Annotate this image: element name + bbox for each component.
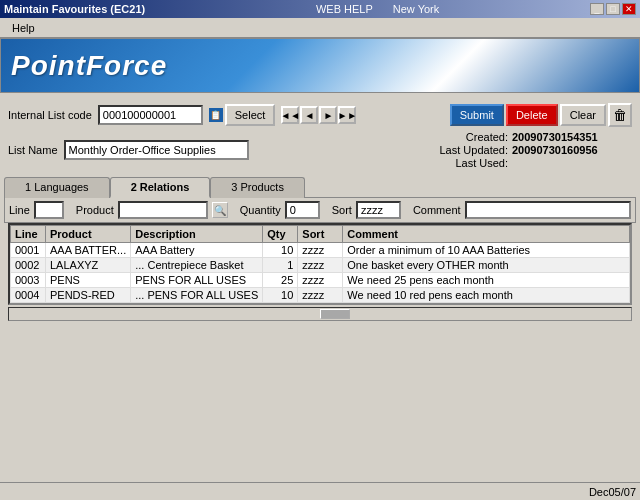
cell-line: 0001 [11,243,46,258]
cell-line: 0002 [11,258,46,273]
trash-button[interactable]: 🗑 [608,103,632,127]
cell-product: PENDS-RED [46,288,131,303]
cell-line: 0004 [11,288,46,303]
menu-bar: Help [0,18,640,38]
cell-description: ... PENS FOR ALL USES [131,288,263,303]
cell-sort: zzzz [298,273,343,288]
product-filter-label: Product [76,204,114,216]
sort-filter-input[interactable] [356,201,401,219]
nav-next-button[interactable]: ► [319,106,337,124]
table-row[interactable]: 0001 AAA BATTER... AAA Battery 10 zzzz O… [11,243,630,258]
cell-comment: One basket every OTHER month [343,258,630,273]
nav-buttons: ◄◄ ◄ ► ►► [281,106,356,124]
minimize-button[interactable]: _ [590,3,604,15]
select-button[interactable]: Select [225,104,276,126]
col-line: Line [11,226,46,243]
cell-product: PENS [46,273,131,288]
col-sort: Sort [298,226,343,243]
table-row[interactable]: 0004 PENDS-RED ... PENS FOR ALL USES 10 … [11,288,630,303]
cell-description: ... Centrepiece Basket [131,258,263,273]
tabs-container: 1 Languages 2 Relations 3 Products [4,177,636,198]
cell-product: AAA BATTER... [46,243,131,258]
nav-first-button[interactable]: ◄◄ [281,106,299,124]
status-date: Dec05/07 [589,486,636,498]
comment-filter-label: Comment [413,204,461,216]
logo-area: PointForce [0,38,640,93]
cell-qty: 25 [263,273,298,288]
scrollbar-thumb[interactable] [320,309,350,319]
maximize-button[interactable]: □ [606,3,620,15]
product-search-button[interactable]: 🔍 [212,202,228,218]
horizontal-scrollbar[interactable] [8,307,632,321]
cell-comment: We need 25 pens each month [343,273,630,288]
info-panel: Created: 20090730154351 Last Updated: 20… [440,131,633,169]
cell-comment: We need 10 red pens each month [343,288,630,303]
data-table-container: Line Product Description Qty Sort Commen… [8,223,632,305]
comment-filter-input[interactable] [465,201,631,219]
qty-filter-label: Quantity [240,204,281,216]
last-updated-label: Last Updated: [440,144,509,156]
second-row: List Name Created: 20090730154351 Last U… [4,131,636,171]
cell-line: 0003 [11,273,46,288]
last-updated-value: 20090730160956 [512,144,632,156]
created-value: 20090730154351 [512,131,632,143]
list-code-input[interactable] [98,105,203,125]
delete-button[interactable]: Delete [506,104,558,126]
qty-filter-input[interactable] [285,201,320,219]
cell-comment: Order a minimum of 10 AAA Batteries [343,243,630,258]
last-used-row: Last Used: [455,157,632,169]
cell-qty: 10 [263,288,298,303]
col-comment: Comment [343,226,630,243]
logo-force: Force [86,50,167,81]
line-filter-input[interactable] [34,201,64,219]
menu-item-help[interactable]: Help [4,20,43,36]
menu-newyork[interactable]: New York [393,3,439,15]
col-qty: Qty [263,226,298,243]
cell-sort: zzzz [298,288,343,303]
line-filter-label: Line [9,204,30,216]
cell-sort: zzzz [298,243,343,258]
clear-button[interactable]: Clear [560,104,606,126]
status-bar: Dec05/07 [0,482,640,500]
list-name-label: List Name [8,144,58,156]
nav-prev-button[interactable]: ◄ [300,106,318,124]
window-controls: _ □ ✕ [590,3,636,15]
menu-webhelp[interactable]: WEB HELP [316,3,373,15]
data-table: Line Product Description Qty Sort Commen… [10,225,630,303]
logo-point: Point [11,50,86,81]
col-description: Description [131,226,263,243]
cell-product: LALAXYZ [46,258,131,273]
cell-sort: zzzz [298,258,343,273]
table-row[interactable]: 0002 LALAXYZ ... Centrepiece Basket 1 zz… [11,258,630,273]
list-name-input[interactable] [64,140,249,160]
filter-row: Line Product 🔍 Quantity Sort Comment [4,198,636,223]
select-icon: 📋 [209,108,223,122]
created-row: Created: 20090730154351 [466,131,632,143]
cell-qty: 1 [263,258,298,273]
updated-row: Last Updated: 20090730160956 [440,144,633,156]
tab-products[interactable]: 3 Products [210,177,305,198]
close-button[interactable]: ✕ [622,3,636,15]
last-used-label: Last Used: [455,157,508,169]
top-toolbar: Internal List code 📋 Select ◄◄ ◄ ► ►► Su… [4,99,636,131]
cell-description: AAA Battery [131,243,263,258]
col-product: Product [46,226,131,243]
tab-languages[interactable]: 1 Languages [4,177,110,198]
list-code-label: Internal List code [8,109,92,121]
product-filter-input[interactable] [118,201,208,219]
created-label: Created: [466,131,508,143]
title-bar: Maintain Favourites (EC21) WEB HELP New … [0,0,640,18]
submit-button[interactable]: Submit [450,104,504,126]
tab-relations[interactable]: 2 Relations [110,177,211,198]
nav-last-button[interactable]: ►► [338,106,356,124]
cell-description: PENS FOR ALL USES [131,273,263,288]
cell-qty: 10 [263,243,298,258]
window-title: Maintain Favourites (EC21) [4,3,145,15]
logo: PointForce [11,50,167,82]
table-row[interactable]: 0003 PENS PENS FOR ALL USES 25 zzzz We n… [11,273,630,288]
sort-filter-label: Sort [332,204,352,216]
